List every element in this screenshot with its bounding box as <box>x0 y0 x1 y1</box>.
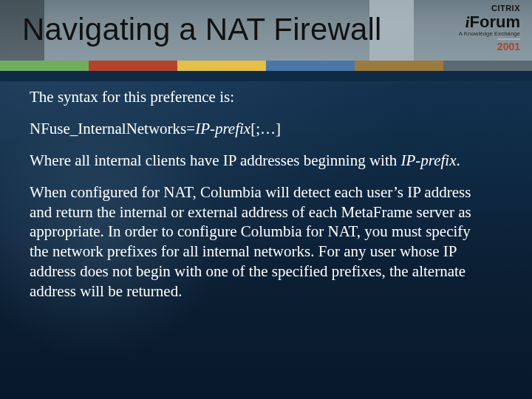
iforum-year: 2001 <box>497 38 520 52</box>
body-p1: The syntax for this preference is: <box>30 87 488 107</box>
body-p3-italic: IP-prefix <box>400 151 456 169</box>
body-syntax-line: NFuse_InternalNetworks=IP-prefix[;…] <box>30 119 488 139</box>
body-p4: When configured for NAT, Columbia will d… <box>30 183 488 301</box>
slide-body: The syntax for this preference is: NFuse… <box>30 87 488 313</box>
syntax-prefix: NFuse_InternalNetworks= <box>30 120 195 137</box>
body-p3a: Where all internal clients have IP addre… <box>30 151 400 169</box>
slide-title: Navigating a NAT Firewall <box>22 12 382 47</box>
iforum-rest: Forum <box>470 13 520 31</box>
iforum-subtitle: A Knowledge Exchange <box>459 31 520 37</box>
event-logo: CITRIX iForum A Knowledge Exchange 2001 <box>459 4 520 52</box>
brand-small-label: CITRIX <box>459 4 520 13</box>
body-p3: Where all internal clients have IP addre… <box>30 151 488 171</box>
accent-stripes <box>0 61 532 71</box>
syntax-italic: IP-prefix <box>195 120 250 137</box>
iforum-logo: iForum <box>465 13 520 31</box>
body-p3b: . <box>457 151 460 169</box>
syntax-suffix: [;…] <box>250 120 281 137</box>
divider-band <box>0 71 532 81</box>
